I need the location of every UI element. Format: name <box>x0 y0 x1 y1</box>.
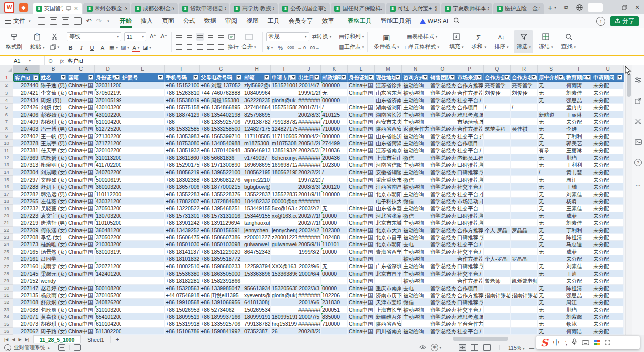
cell[interactable] <box>121 89 165 96</box>
filter-dropdown-icon[interactable] <box>423 75 428 80</box>
document-tab[interactable]: S公务员国企事业单 <box>279 3 330 14</box>
cell[interactable]: hrq153199 <box>271 320 297 327</box>
cell[interactable]: +86 56681836 <box>200 154 243 161</box>
cell[interactable]: 无 <box>538 176 565 183</box>
cell[interactable]: China中国 <box>348 255 375 262</box>
cell[interactable]: 710000 <box>321 320 348 327</box>
column-header-T[interactable]: T <box>565 65 592 73</box>
cell[interactable]: 371721200501264452 <box>95 140 121 147</box>
cell[interactable] <box>511 234 538 241</box>
cell[interactable]: 山东省济南 <box>375 97 402 104</box>
cell[interactable]: 无 <box>538 234 565 241</box>
increase-font-icon[interactable]: A⁺ <box>149 33 157 41</box>
cell[interactable]: 2001/7/14 <box>297 104 321 111</box>
cell[interactable]: 110105200207165451 <box>95 219 121 226</box>
row-number[interactable]: 4 <box>0 97 13 104</box>
cell[interactable]: 陕西省西安 <box>375 320 402 327</box>
cell[interactable]: 130703200106280921 <box>95 212 121 219</box>
cell[interactable]: 周子路 (女) <box>40 328 67 335</box>
cell[interactable]: 留学总经办 <box>429 147 456 154</box>
header-cell[interactable]: 姓名 <box>40 73 67 82</box>
cell[interactable] <box>511 219 538 226</box>
cell[interactable]: 李文茹 (女) <box>40 89 67 96</box>
cell[interactable]: China中国 <box>348 277 375 284</box>
cell[interactable]: 207426 <box>13 104 40 111</box>
filter-dropdown-icon[interactable] <box>395 75 400 80</box>
number-format-select[interactable]: 常规▾ <box>266 32 309 41</box>
cell[interactable]: 被动咨询 <box>402 306 429 313</box>
cell[interactable] <box>121 82 165 89</box>
cell[interactable]: 留学总经办 <box>429 89 456 96</box>
cell[interactable]: +86 18302388 <box>165 176 200 183</box>
cell[interactable]: 无 <box>538 292 565 299</box>
increase-indent-icon[interactable] <box>217 33 225 41</box>
cell[interactable]: China中国 <box>67 328 95 335</box>
cell[interactable]: China中国 <box>67 176 95 183</box>
cell[interactable]: 未分配 <box>592 133 624 140</box>
cell[interactable]: ######## <box>297 320 321 327</box>
cell[interactable]: 北京市朝阳 <box>375 191 402 198</box>
cut-icon[interactable] <box>50 33 60 41</box>
cell[interactable]: 未分配 <box>592 299 624 306</box>
restore-button[interactable] <box>618 0 631 14</box>
menu-item-工具[interactable]: 工具 <box>263 14 284 28</box>
cell[interactable]: xx@163.cc <box>271 212 297 219</box>
cell[interactable]: +86 15106786 <box>165 328 200 335</box>
cell[interactable]: +86 1339985047 <box>200 285 243 292</box>
cell[interactable]: ######## <box>297 125 321 132</box>
cell[interactable]: 被动咨询 <box>402 227 429 234</box>
cell[interactable]: 左佳薇 (女) <box>40 198 67 205</box>
cell[interactable]: 207402 <box>13 133 40 140</box>
filter-dropdown-icon[interactable] <box>617 75 622 80</box>
cell[interactable]: 未分配 <box>592 140 624 147</box>
cell[interactable]: 陈祖清 <box>565 234 592 241</box>
page-break-view-icon[interactable] <box>483 344 491 351</box>
cell[interactable]: v1749037 <box>243 154 271 161</box>
cell[interactable]: +86 1396522100 <box>200 169 243 176</box>
cell[interactable]: m1875308 <box>243 140 271 147</box>
cell[interactable]: 社交平台,/ <box>456 147 484 154</box>
cell[interactable]: 西安市未央 <box>375 118 402 125</box>
cell[interactable] <box>121 133 165 140</box>
cell[interactable]: 广东省深圳 <box>375 262 402 270</box>
cell[interactable]: 强思喆 <box>565 292 592 299</box>
redo-icon[interactable]: ↷ <box>96 17 101 25</box>
cell[interactable]: 153449155 <box>243 212 271 219</box>
cell[interactable]: 2001/4/7 <box>297 82 321 89</box>
cell[interactable]: 654101200007050581 <box>95 313 121 320</box>
cell[interactable]: 汤景然 (女) <box>40 248 67 255</box>
cell[interactable]: 主动咨询 <box>402 161 429 168</box>
header-cell[interactable]: 邮政编码 <box>321 73 348 82</box>
cell[interactable]: 郭美艺 <box>565 140 592 147</box>
cell[interactable]: China中国 <box>348 219 375 226</box>
column-header-F[interactable]: F <box>165 65 200 73</box>
cell[interactable]: 无 <box>538 320 565 327</box>
cell[interactable] <box>511 285 538 292</box>
help-icon[interactable]: ? <box>634 159 642 166</box>
cell[interactable]: 207440 <box>13 82 40 89</box>
cell[interactable]: 207071 <box>13 313 40 320</box>
cell[interactable]: +86 田悦eli1395 <box>200 292 243 299</box>
cell[interactable]: 王丽淋 <box>565 111 592 118</box>
cell[interactable]: 刘素佳 <box>565 89 592 96</box>
row-number[interactable]: 33 <box>0 306 13 313</box>
cell[interactable]: 102300 <box>321 227 348 234</box>
cell[interactable]: 153363896 <box>271 270 297 277</box>
row-number[interactable]: 22 <box>0 227 13 234</box>
rows-cols-button[interactable]: ▤ 行和列▾ <box>339 33 364 41</box>
cell[interactable]: China中国 <box>67 183 95 190</box>
menu-item-公式[interactable]: 公式 <box>179 14 200 28</box>
row-number[interactable]: 10 <box>0 140 13 147</box>
cell[interactable]: 184482332 <box>243 198 271 205</box>
row-number[interactable]: 19 <box>0 205 13 212</box>
cell[interactable]: China中国 <box>67 161 95 168</box>
cell[interactable]: China中国 <box>348 306 375 313</box>
cell[interactable]: 包欣辰 (女) <box>40 306 67 313</box>
cell[interactable] <box>297 277 321 284</box>
cell[interactable]: China中国 <box>348 169 375 176</box>
italic-button[interactable]: I <box>77 44 85 52</box>
cell[interactable] <box>271 299 297 306</box>
cell[interactable]: wjrmc2210 <box>243 176 271 183</box>
cell[interactable]: 王丽淋 <box>565 147 592 154</box>
cell[interactable]: 153363896 <box>243 270 271 277</box>
